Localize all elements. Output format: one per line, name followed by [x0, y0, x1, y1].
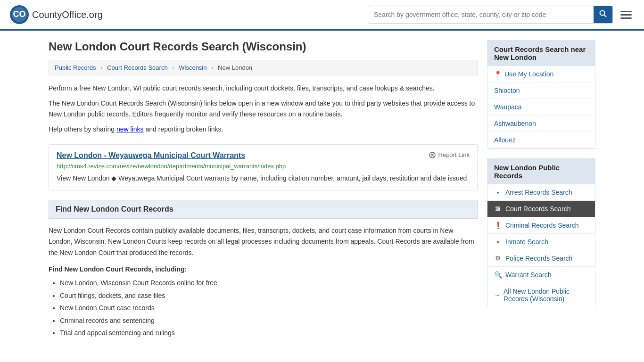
logo-icon: CO	[9, 5, 29, 25]
svg-point-3	[600, 11, 605, 16]
criminal-icon: ❗	[494, 222, 502, 229]
breadcrumb-sep: ›	[211, 64, 213, 71]
nearby-city-ashwaubenon[interactable]: Ashwaubenon	[487, 115, 595, 132]
logo[interactable]: CO CountyOffice.org	[9, 5, 103, 25]
svg-line-4	[604, 15, 607, 17]
sidebar-item-court-records[interactable]: 🏛 Court Records Search	[487, 201, 595, 217]
sidebar-item-label: Court Records Search	[505, 205, 571, 213]
link-card-title[interactable]: New London - Weyauwega Municipal Court W…	[57, 151, 245, 160]
sidebar-item-label: Criminal Records Search	[505, 222, 579, 229]
warrant-icon: 🔍	[494, 271, 502, 279]
description-2: The New London Court Records Search (Wis…	[49, 98, 478, 119]
bullet-list: New London, Wisconsin Court Records onli…	[49, 277, 478, 339]
public-records-block: New London Public Records ▪ Arrest Recor…	[487, 158, 595, 307]
public-records-section-title: New London Public Records	[487, 159, 595, 184]
link-card-header: New London - Weyauwega Municipal Court W…	[57, 151, 470, 160]
inmate-icon: ▪	[494, 238, 502, 246]
sidebar-item-label: Warrant Search	[505, 271, 552, 279]
list-item: New London Court case records	[60, 302, 478, 314]
sidebar-item-police-records[interactable]: ⚙ Police Records Search	[487, 250, 595, 267]
header-right	[368, 6, 635, 24]
menu-line	[620, 17, 632, 19]
breadcrumb-wisconsin[interactable]: Wisconsin	[179, 64, 206, 71]
section-body: New London Court Records contain publicl…	[49, 225, 478, 259]
search-button[interactable]	[594, 6, 612, 23]
menu-line	[620, 11, 632, 12]
nearby-section-title: Court Records Search near New London	[487, 41, 595, 66]
menu-button[interactable]	[618, 8, 635, 22]
logo-brand: CountyOffice	[32, 9, 86, 20]
list-item: Trial and appeal sentencing and rulings	[60, 327, 478, 339]
report-label: Report Link	[438, 151, 470, 158]
section-header: Find New London Court Records	[49, 200, 478, 219]
report-link-btn[interactable]: Report Link	[429, 151, 470, 159]
logo-text: CountyOffice.org	[32, 9, 103, 20]
sidebar-item-label: Arrest Records Search	[505, 189, 572, 196]
arrest-icon: ▪	[494, 189, 502, 196]
location-icon: 📍	[494, 71, 502, 78]
sidebar-item-criminal-records[interactable]: ❗ Criminal Records Search	[487, 217, 595, 234]
breadcrumb-public-records[interactable]: Public Records	[55, 64, 96, 71]
all-records-link[interactable]: → All New London Public Records (Wiscons…	[487, 283, 595, 307]
sidebar-item-inmate-search[interactable]: ▪ Inmate Search	[487, 234, 595, 250]
breadcrumb-sep: ›	[172, 64, 174, 71]
logo-suffix: .org	[86, 9, 102, 20]
arrow-icon: →	[494, 291, 501, 299]
link-card-desc: View New London ◆ Weyauwega Municipal Co…	[57, 173, 470, 183]
page-title: New London Court Records Search (Wiscons…	[49, 40, 478, 53]
sidebar-item-arrest-records[interactable]: ▪ Arrest Records Search	[487, 184, 595, 201]
breadcrumb-sep: ›	[100, 64, 102, 71]
sidebar: Court Records Search near New London 📍 U…	[487, 40, 595, 339]
list-item: New London, Wisconsin Court Records onli…	[60, 277, 478, 289]
desc3-suffix: and reporting broken links.	[144, 125, 223, 133]
sidebar-item-label: Inmate Search	[505, 238, 548, 246]
subsection-title: Find New London Court Records, including…	[49, 265, 478, 273]
desc3-prefix: Help others by sharing	[49, 125, 116, 133]
list-item: Criminal records and sentencing	[60, 314, 478, 327]
description-3: Help others by sharing new links and rep…	[49, 124, 478, 134]
nearby-block: Court Records Search near New London 📍 U…	[487, 40, 595, 149]
search-input[interactable]	[368, 7, 594, 22]
use-my-location[interactable]: 📍 Use My Location	[487, 66, 595, 82]
breadcrumb-court-records[interactable]: Court Records Search	[107, 64, 168, 71]
all-records-label: All New London Public Records (Wisconsin…	[504, 288, 588, 303]
use-location-label: Use My Location	[504, 70, 553, 78]
sidebar-item-warrant-search[interactable]: 🔍 Warrant Search	[487, 267, 595, 283]
court-icon: 🏛	[494, 206, 502, 212]
new-links-link[interactable]: new links	[116, 125, 144, 133]
sidebar-item-label: Police Records Search	[505, 255, 572, 262]
list-item: Court filings, dockets, and case files	[60, 289, 478, 302]
site-header: CO CountyOffice.org	[0, 0, 644, 31]
breadcrumb: Public Records › Court Records Search › …	[49, 60, 478, 75]
link-card: New London - Weyauwega Municipal Court W…	[49, 144, 478, 190]
description-1: Perform a free New London, WI public cou…	[49, 83, 478, 93]
breadcrumb-new-london: New London	[218, 64, 252, 71]
report-icon	[429, 151, 436, 159]
police-icon: ⚙	[494, 255, 502, 262]
link-card-url[interactable]: http://cms4.revize.com/revize/newlondon/…	[57, 163, 470, 170]
page-container: New London Court Records Search (Wiscons…	[39, 31, 605, 349]
nearby-city-waupaca[interactable]: Waupaca	[487, 99, 595, 115]
search-icon	[599, 10, 607, 17]
menu-line	[620, 14, 632, 16]
main-content: New London Court Records Search (Wiscons…	[49, 40, 478, 339]
search-bar	[368, 6, 613, 24]
nearby-city-allouez[interactable]: Allouez	[487, 132, 595, 148]
svg-text:CO: CO	[13, 9, 26, 19]
nearby-city-shiocton[interactable]: Shiocton	[487, 82, 595, 99]
